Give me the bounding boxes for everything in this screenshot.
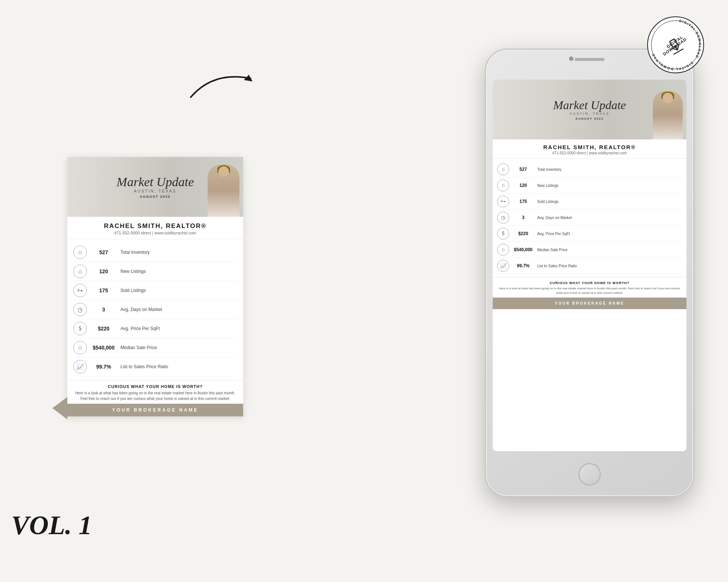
- phone-median-icon: ⌂: [497, 244, 509, 256]
- phone-stat-label: New Listings: [537, 184, 559, 188]
- phone-stat-number: $540,000: [509, 247, 537, 252]
- new-listing-icon: ⌂: [73, 265, 87, 278]
- table-row: ⌂ 120 New Listings: [497, 178, 682, 194]
- date-text: AUGUST 2022: [117, 195, 194, 198]
- table-row: $ $220 Avg. Price Per SqFt: [497, 226, 682, 242]
- table-row: ⌂ $540,000 Median Sale Price: [73, 338, 237, 357]
- agent-info-section: RACHEL SMITH, REALTOR® 471-552-0000 dire…: [67, 217, 243, 239]
- phone-stat-number: 527: [509, 167, 537, 172]
- agent-website: www.soldbyrachel.com: [155, 231, 196, 235]
- price-icon: $: [73, 322, 87, 335]
- phone-cta-text: Here is a look at what has been going on…: [498, 286, 681, 295]
- table-row: $ $220 Avg. Price Per SqFt: [73, 319, 237, 338]
- ratio-icon: 📈: [73, 360, 87, 373]
- phone-brokerage-name: YOUR BROKERAGE NAME: [496, 301, 683, 305]
- table-row: 🗝 175 Sold Listings: [73, 281, 237, 300]
- stat-number: 99.7%: [87, 364, 120, 370]
- stat-number: 3: [87, 307, 120, 312]
- header-image: Market Update AUSTIN, TEXAS AUGUST 2022: [67, 157, 243, 217]
- stat-number: 175: [87, 287, 120, 293]
- header-overlay: Market Update AUSTIN, TEXAS AUGUST 2022: [117, 176, 194, 198]
- phone-home-icon: ⌂: [497, 163, 509, 175]
- stat-label: List to Sales Price Ratio: [120, 364, 168, 369]
- stat-label: Avg. Price Per SqFt: [120, 326, 160, 331]
- key-icon: 🗝: [73, 284, 87, 297]
- phone-stat-number: 3: [509, 215, 537, 220]
- table-row: 🗝 175 Sold Listings: [497, 194, 682, 210]
- phone-stat-label: Total Inventory: [537, 167, 562, 172]
- agent-contact: 471-552-0000 direct | www.soldbyrachel.c…: [71, 231, 239, 235]
- phone-home-button[interactable]: [578, 463, 601, 486]
- home-icon: ⌂: [73, 246, 87, 259]
- phone-key-icon: 🗝: [497, 195, 509, 207]
- stats-section: ⌂ 527 Total Inventory ⌂ 120 New Listings…: [67, 239, 243, 380]
- phone-stat-number: 99.7%: [509, 263, 537, 268]
- brokerage-name: YOUR BROKERAGE NAME: [71, 407, 239, 413]
- phone-location-text: AUSTIN, TEXAS: [553, 112, 626, 116]
- cta-title: CURIOUS WHAT YOUR HOME IS WORTH?: [73, 384, 238, 389]
- phone-stat-label: Avg. Days on Market: [537, 216, 572, 220]
- phone-market-update-title: Market Update: [553, 99, 626, 111]
- arrow-decoration: [183, 64, 266, 108]
- location-text: AUSTIN, TEXAS: [117, 189, 194, 193]
- stat-number: 527: [87, 249, 120, 255]
- table-row: ⌂ 527 Total Inventory: [73, 243, 237, 262]
- stat-label: Sold Listings: [120, 288, 146, 293]
- brokerage-banner: YOUR BROKERAGE NAME: [67, 404, 243, 416]
- stat-label: Avg. Days on Market: [120, 307, 162, 312]
- phone-shell: Market Update AUSTIN, TEXAS AUGUST 2022 …: [485, 49, 694, 497]
- phone-new-listing-icon: ⌂: [497, 179, 509, 191]
- phone-camera: [569, 56, 573, 61]
- stat-label: Median Sale Price: [120, 345, 157, 350]
- table-row: ⌂ $540,000 Median Sale Price: [497, 242, 682, 258]
- phone-agent-phone: 471-552-0000 direct: [552, 151, 586, 155]
- stat-label: New Listings: [120, 269, 146, 274]
- clock-icon: ◷: [73, 303, 87, 316]
- phone-agent-contact: 471-552-0000 direct | www.soldbyrachel.c…: [496, 151, 683, 155]
- phone-cta-title: CURIOUS WHAT YOUR HOME IS WORTH?: [498, 281, 681, 285]
- median-price-icon: ⌂: [73, 341, 87, 354]
- agent-photo: [208, 164, 239, 217]
- phone-date-text: AUGUST 2022: [553, 117, 626, 120]
- phone-stat-number: $220: [509, 231, 537, 236]
- stat-number: $540,000: [87, 345, 120, 351]
- stat-number: $220: [87, 326, 120, 332]
- phone-stats-section: ⌂ 527 Total Inventory ⌂ 120 New Listings…: [493, 158, 686, 277]
- cta-section: CURIOUS WHAT YOUR HOME IS WORTH? Here is…: [67, 380, 243, 404]
- phone-speaker: [575, 58, 605, 61]
- phone-price-icon: $: [497, 228, 509, 240]
- phone-stat-label: Median Sale Price: [537, 248, 568, 252]
- phone-agent-photo: [653, 91, 683, 139]
- phone-clock-icon: ◷: [497, 212, 509, 224]
- phone-agent-name: RACHEL SMITH, REALTOR®: [496, 144, 683, 150]
- table-row: ◷ 3 Avg. Days on Market: [497, 210, 682, 226]
- stat-label: Total Inventory: [120, 250, 150, 255]
- phone-stat-number: 175: [509, 199, 537, 204]
- table-row: ◷ 3 Avg. Days on Market: [73, 300, 237, 319]
- phone-agent-website: www.soldbyrachel.com: [589, 151, 627, 155]
- market-update-title: Market Update: [117, 176, 194, 188]
- phone-brokerage-banner: YOUR BROKERAGE NAME: [493, 298, 686, 309]
- chevron-decoration: [52, 397, 67, 419]
- phone-stat-label: List to Sales Price Ratio: [537, 264, 577, 268]
- phone-header-overlay: Market Update AUSTIN, TEXAS AUGUST 2022: [553, 99, 626, 120]
- agent-name: RACHEL SMITH, REALTOR®: [71, 222, 239, 230]
- volume-label: VOL. 1: [11, 510, 92, 541]
- phone-mockup: Market Update AUSTIN, TEXAS AUGUST 2022 …: [485, 49, 694, 497]
- phone-agent-info: RACHEL SMITH, REALTOR® 471-552-0000 dire…: [493, 139, 686, 158]
- phone-cta-section: CURIOUS WHAT YOUR HOME IS WORTH? Here is…: [493, 277, 686, 298]
- cta-text: Here is a look at what has been going on…: [73, 390, 238, 401]
- phone-header-image: Market Update AUSTIN, TEXAS AUGUST 2022: [493, 80, 686, 139]
- stat-number: 120: [87, 268, 120, 274]
- phone-stat-label: Avg. Price Per SqFt: [537, 232, 570, 236]
- table-row: 📈 99.7% List to Sales Price Ratio: [73, 357, 237, 376]
- phone-stat-label: Sold Listings: [537, 200, 559, 204]
- phone-screen: Market Update AUSTIN, TEXAS AUGUST 2022 …: [493, 80, 686, 451]
- table-row: 📈 99.7% List to Sales Price Ratio: [497, 258, 682, 274]
- agent-phone: 471-552-0000 direct: [114, 231, 151, 235]
- phone-stat-number: 120: [509, 183, 537, 188]
- table-row: ⌂ 527 Total Inventory: [497, 161, 682, 178]
- digital-download-badge: · DIGITAL DOWNLOAD · DIGITAL DOWNLOAD · …: [646, 15, 706, 75]
- phone-ratio-icon: 📈: [497, 260, 509, 272]
- table-row: ⌂ 120 New Listings: [73, 262, 237, 281]
